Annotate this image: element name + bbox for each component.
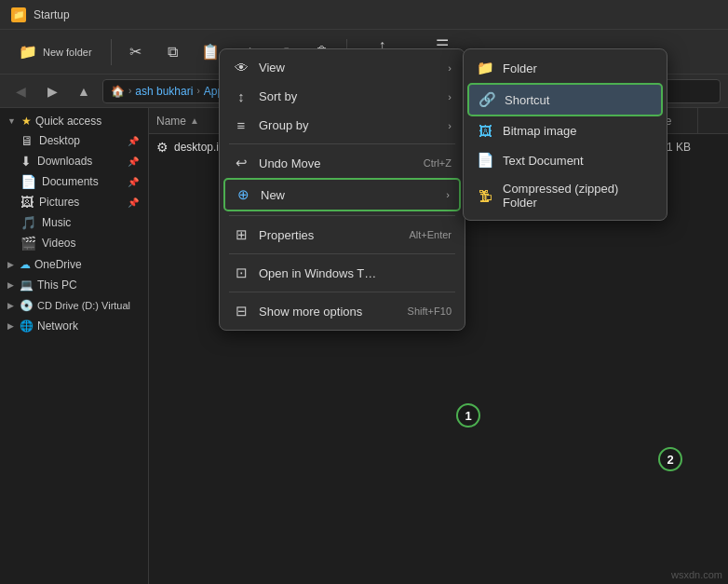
cddrive-section: ▶ 💿 CD Drive (D:) Virtual	[0, 296, 148, 315]
sidebar-item-music[interactable]: 🎵 Music	[2, 212, 146, 233]
shortcut-submenu-icon: 🔗	[479, 91, 495, 108]
videos-icon: 🎬	[20, 236, 36, 251]
ctx-sep-3	[229, 253, 455, 254]
submenu-item-folder[interactable]: 📁 Folder	[467, 53, 663, 83]
downloads-pin-icon: 📌	[128, 156, 139, 167]
cut-icon: ✂	[129, 43, 142, 61]
desktop-label: Desktop	[39, 134, 80, 147]
folder-label: Folder	[503, 61, 537, 75]
ctx-new-arrow-icon: ›	[446, 189, 450, 200]
folder-submenu-icon: 📁	[477, 60, 493, 76]
thispc-expand-icon: ▶	[7, 280, 14, 290]
onedrive-icon: ☁	[20, 258, 31, 271]
bitmap-label: Bitmap image	[503, 124, 576, 138]
shortcut-label: Shortcut	[505, 93, 549, 107]
terminal-ctx-icon: ⊡	[233, 265, 249, 281]
forward-button[interactable]: ▶	[39, 78, 65, 104]
network-section: ▶ 🌐 Network	[0, 317, 148, 335]
submenu-item-bitmap[interactable]: 🖼 Bitmap image	[467, 116, 663, 145]
ctx-new-label: New	[261, 188, 437, 202]
view-ctx-icon: 👁	[233, 60, 249, 75]
context-menu: 👁 View › ↕ Sort by › ≡ Group by › ↩ Undo…	[219, 48, 465, 331]
new-folder-icon: 📁	[19, 43, 37, 61]
properties-ctx-icon: ⊞	[233, 226, 249, 243]
submenu-item-shortcut[interactable]: 🔗 Shortcut	[467, 83, 663, 116]
paste-icon: 📋	[201, 43, 220, 61]
zip-submenu-icon: 🗜	[477, 188, 493, 204]
ctx-item-groupby[interactable]: ≡ Group by ›	[223, 111, 461, 140]
ctx-item-terminal[interactable]: ⊡ Open in Windows T…	[223, 258, 461, 288]
submenu-item-textdoc[interactable]: 📄 Text Document	[467, 145, 663, 175]
title-bar-icon: 📁	[11, 7, 26, 22]
ctx-item-properties[interactable]: ⊞ Properties Alt+Enter	[223, 220, 461, 250]
new-folder-button[interactable]: 📁 New folder	[7, 39, 103, 64]
new-folder-label: New folder	[43, 47, 92, 58]
sidebar-item-downloads[interactable]: ⬇ Downloads 📌	[2, 151, 146, 171]
watermark: wsxdn.com	[671, 569, 722, 580]
videos-label: Videos	[42, 237, 75, 250]
toolbar-separator-1	[111, 39, 112, 65]
documents-icon: 📄	[20, 174, 36, 189]
pictures-label: Pictures	[39, 196, 79, 209]
ctx-item-more[interactable]: ⊟ Show more options Shift+F10	[223, 296, 461, 326]
up-button[interactable]: ▲	[71, 78, 97, 104]
ctx-sortby-label: Sort by	[259, 89, 438, 103]
ctx-terminal-label: Open in Windows T…	[259, 266, 452, 280]
ctx-groupby-arrow-icon: ›	[448, 120, 452, 131]
groupby-ctx-icon: ≡	[233, 117, 249, 133]
sidebar: ▼ ★ Quick access 🖥 Desktop 📌 ⬇ Downloads…	[0, 108, 149, 584]
ctx-item-view[interactable]: 👁 View ›	[223, 53, 461, 82]
cut-button[interactable]: ✂	[119, 35, 153, 69]
sidebar-item-pictures[interactable]: 🖼 Pictures 📌	[2, 192, 146, 212]
cddrive-label: CD Drive (D:) Virtual	[37, 300, 130, 311]
ctx-sep-4	[229, 292, 455, 292]
quick-access-expand-icon: ▼	[7, 116, 16, 126]
sidebar-item-documents[interactable]: 📄 Documents 📌	[2, 171, 146, 192]
ctx-view-label: View	[259, 61, 438, 75]
network-label: Network	[37, 319, 78, 333]
sidebar-item-videos[interactable]: 🎬 Videos	[2, 233, 146, 253]
submenu: 📁 Folder 🔗 Shortcut 🖼 Bitmap image 📄 Tex…	[463, 48, 667, 221]
annotation-circle-1: 1	[456, 403, 480, 428]
submenu-item-zip[interactable]: 🗜 Compressed (zipped) Folder	[467, 175, 663, 216]
cddrive-expand-icon: ▶	[7, 301, 14, 310]
downloads-icon: ⬇	[20, 154, 32, 169]
textdoc-label: Text Document	[503, 154, 584, 168]
bitmap-submenu-icon: 🖼	[477, 123, 493, 139]
back-button[interactable]: ◀	[7, 78, 34, 104]
thispc-section: ▶ 💻 This PC	[0, 276, 148, 294]
sidebar-item-desktop[interactable]: 🖥 Desktop 📌	[2, 130, 146, 151]
textdoc-submenu-icon: 📄	[477, 152, 493, 169]
onedrive-section: ▶ ☁ OneDrive	[0, 255, 148, 274]
zip-label: Compressed (zipped) Folder	[503, 182, 654, 210]
breadcrumb-ash[interactable]: ash bukhari	[135, 85, 193, 98]
copy-button[interactable]: ⧉	[156, 35, 190, 69]
title-bar-text: Startup	[34, 8, 70, 21]
desktop-pin-icon: 📌	[128, 136, 139, 146]
ctx-sep-1	[229, 143, 455, 144]
desktop-icon: 🖥	[20, 133, 34, 148]
pictures-icon: 🖼	[20, 195, 34, 210]
breadcrumb-home-icon[interactable]: 🏠	[111, 85, 125, 98]
quick-access-header[interactable]: ▼ ★ Quick access	[0, 112, 148, 130]
ctx-item-sortby[interactable]: ↕ Sort by ›	[223, 82, 461, 111]
onedrive-label: OneDrive	[34, 258, 82, 271]
sort-arrow-icon: ▲	[190, 115, 199, 126]
ctx-sep-2	[229, 215, 455, 216]
ctx-more-shortcut: Shift+F10	[408, 306, 452, 317]
ctx-undo-shortcut: Ctrl+Z	[424, 157, 452, 169]
network-icon: 🌐	[20, 319, 34, 333]
network-item[interactable]: ▶ 🌐 Network	[0, 317, 148, 335]
onedrive-item[interactable]: ▶ ☁ OneDrive	[0, 255, 148, 274]
cddrive-item[interactable]: ▶ 💿 CD Drive (D:) Virtual	[0, 296, 148, 315]
col-name-label: Name	[156, 115, 186, 128]
ctx-view-arrow-icon: ›	[448, 62, 452, 74]
pictures-pin-icon: 📌	[128, 197, 139, 208]
ctx-item-undo[interactable]: ↩ Undo Move Ctrl+Z	[223, 148, 461, 178]
documents-pin-icon: 📌	[128, 177, 139, 187]
new-ctx-icon: ⊕	[235, 186, 251, 203]
thispc-item[interactable]: ▶ 💻 This PC	[0, 276, 148, 294]
quick-access-section: ▼ ★ Quick access 🖥 Desktop 📌 ⬇ Downloads…	[0, 112, 148, 253]
ctx-properties-shortcut: Alt+Enter	[409, 229, 452, 240]
ctx-item-new[interactable]: ⊕ New ›	[223, 178, 461, 211]
